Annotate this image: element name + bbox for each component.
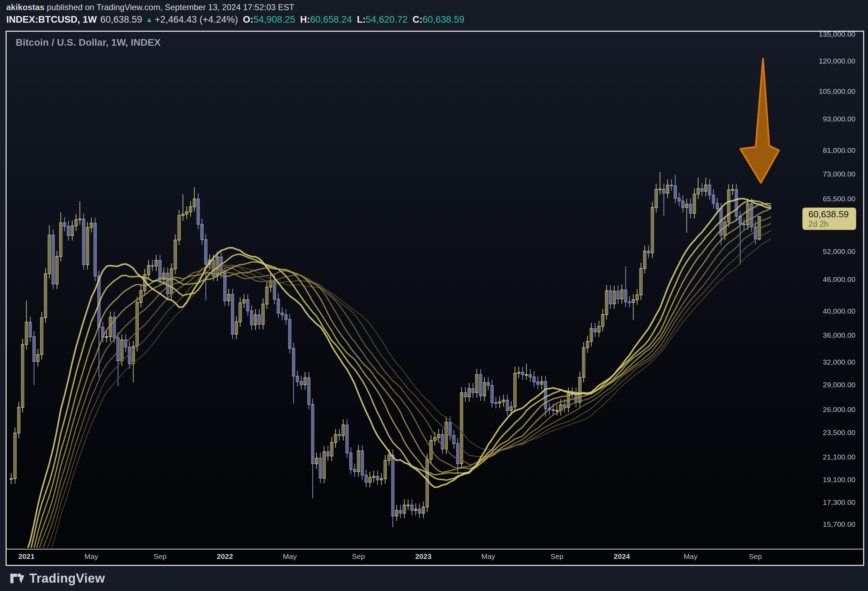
price-axis-label: 52,000.00 — [823, 247, 855, 256]
time-axis-label: Sep — [154, 552, 167, 561]
price-axis-label: 135,000.00 — [819, 30, 855, 38]
price-axis-label: 19,100.00 — [823, 476, 855, 484]
close-label: C: — [412, 14, 422, 25]
chart-title: Bitcoin / U.S. Dollar, 1W, INDEX — [16, 37, 161, 48]
price-axis-label: 32,000.00 — [823, 358, 855, 366]
tradingview-branding[interactable]: TradingView — [10, 571, 105, 586]
price-axis-label: 46,000.00 — [823, 275, 855, 284]
price-axis-label: 73,000.00 — [823, 170, 855, 178]
time-axis-label: May — [84, 552, 98, 561]
time-axis-label: Sep — [551, 552, 564, 561]
time-axis-label: Sep — [352, 552, 365, 561]
time-axis-label: 2021 — [18, 552, 34, 561]
symbol-info-bar: INDEX:BTCUSD, 1W60,638.59▲+2,464.43 (+4.… — [6, 14, 464, 25]
time-axis-label: May — [283, 552, 297, 561]
high-value: 60,658.24 — [310, 14, 352, 25]
tradingview-logo-icon — [10, 572, 25, 585]
open-label: O: — [243, 14, 253, 25]
author-username: akikostas — [6, 3, 44, 12]
price-axis-label: 105,000.00 — [819, 87, 855, 96]
time-axis[interactable]: 2021MaySep2022MaySep2023MaySep2024MaySep — [7, 549, 863, 565]
price-axis-label: 17,300.00 — [823, 498, 855, 507]
time-axis-label: 2023 — [415, 552, 431, 561]
price-axis-label: 26,000.00 — [823, 405, 855, 414]
up-arrow-icon: ▲ — [146, 16, 153, 24]
price-axis-label: 15,700.00 — [823, 520, 855, 529]
price-axis-label: 65,500.00 — [823, 195, 855, 203]
time-axis-label: 2022 — [217, 552, 233, 561]
close-value: 60,638.59 — [422, 14, 464, 25]
time-axis-label: May — [683, 552, 697, 561]
last-price: 60,638.59 — [100, 14, 142, 25]
bar-countdown: 2d 2h — [808, 219, 853, 229]
last-price-tag: 60,638.59 2d 2h — [802, 208, 856, 230]
price-axis-label: 21,100.00 — [823, 453, 855, 461]
price-axis-label: 40,000.00 — [823, 307, 855, 315]
last-price-tag-value: 60,638.59 — [808, 209, 853, 219]
publish-byline: akikostas published on TradingView.com, … — [6, 3, 294, 12]
time-axis-label: 2024 — [614, 552, 630, 561]
open-value: 54,908.25 — [253, 14, 295, 25]
price-axis-label: 81,000.00 — [823, 146, 855, 155]
low-label: L: — [357, 14, 366, 25]
down-arrow-annotation[interactable] — [740, 59, 779, 183]
price-axis-label: 120,000.00 — [819, 57, 855, 65]
symbol-name: INDEX:BTCUSD, 1W — [6, 14, 97, 25]
byline-text: published on TradingView.com, September … — [44, 3, 294, 12]
annotation-layer — [7, 32, 863, 548]
chart-plot-area[interactable]: Bitcoin / U.S. Dollar, 1W, INDEX 135,000… — [7, 32, 863, 548]
tradingview-logo-text: TradingView — [29, 571, 105, 586]
chart-panel: Bitcoin / U.S. Dollar, 1W, INDEX 135,000… — [6, 31, 864, 566]
time-axis-label: Sep — [749, 552, 762, 561]
price-axis-label: 36,000.00 — [823, 331, 855, 340]
low-value: 54,620.72 — [366, 14, 407, 25]
price-axis-label: 93,000.00 — [823, 115, 855, 123]
price-change: +2,464.43 (+4.24%) — [155, 14, 238, 25]
price-axis-label: 29,000.00 — [823, 381, 855, 389]
price-axis-label: 23,500.00 — [823, 428, 855, 437]
high-label: H: — [300, 14, 310, 25]
time-axis-label: May — [481, 552, 495, 561]
